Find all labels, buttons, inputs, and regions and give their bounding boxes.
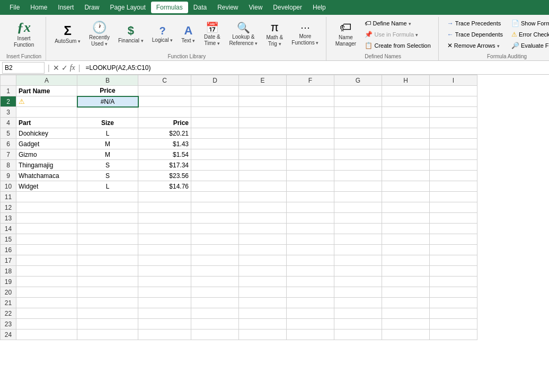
cell-C15[interactable] <box>138 234 191 245</box>
cell-E8[interactable] <box>239 160 287 171</box>
name-box[interactable] <box>2 62 45 74</box>
cell-C2[interactable] <box>138 96 191 107</box>
cell-A12[interactable] <box>16 202 77 213</box>
menu-item-draw[interactable]: Draw <box>79 2 104 13</box>
menu-item-page-layout[interactable]: Page Layout <box>104 2 150 13</box>
cell-C4[interactable]: Price <box>138 118 191 128</box>
cell-F16[interactable] <box>287 245 334 255</box>
cell-C13[interactable] <box>138 213 191 224</box>
cell-E5[interactable] <box>239 128 287 139</box>
cell-A18[interactable] <box>16 266 77 277</box>
cell-F10[interactable] <box>287 181 334 192</box>
cell-A3[interactable] <box>16 107 77 118</box>
cell-D4[interactable] <box>191 118 239 128</box>
cell-H5[interactable] <box>382 128 430 139</box>
cell-H8[interactable] <box>382 160 430 171</box>
cell-I3[interactable] <box>430 107 477 118</box>
cell-A16[interactable] <box>16 245 77 255</box>
cell-D2[interactable] <box>191 96 239 107</box>
cell-I20[interactable] <box>430 287 477 298</box>
cell-H4[interactable] <box>382 118 430 128</box>
trace-dependents-button[interactable]: ← Trace Dependents <box>444 29 506 40</box>
cell-G6[interactable] <box>334 139 382 149</box>
create-from-selection-button[interactable]: 📋 Create from Selection <box>361 40 433 51</box>
cell-C9[interactable]: $23.56 <box>138 171 191 181</box>
cell-D21[interactable] <box>191 298 239 308</box>
cell-B22[interactable] <box>77 308 138 319</box>
cell-F15[interactable] <box>287 234 334 245</box>
cell-I2[interactable] <box>430 96 477 107</box>
col-header-C[interactable]: C <box>138 75 191 86</box>
cell-D24[interactable] <box>191 329 239 340</box>
cell-C21[interactable] <box>138 298 191 308</box>
cell-A2[interactable]: ⚠ <box>16 96 77 107</box>
cell-D13[interactable] <box>191 213 239 224</box>
cell-C11[interactable] <box>138 192 191 202</box>
cell-G1[interactable] <box>334 86 382 96</box>
cell-G4[interactable] <box>334 118 382 128</box>
cell-D20[interactable] <box>191 287 239 298</box>
cell-A5[interactable]: Doohickey <box>16 128 77 139</box>
cell-D15[interactable] <box>191 234 239 245</box>
cell-E14[interactable] <box>239 224 287 234</box>
cell-C1[interactable] <box>138 86 191 96</box>
cell-H2[interactable] <box>382 96 430 107</box>
evaluate-formula-button[interactable]: 🔎 Evaluate Formula <box>508 40 549 51</box>
cell-D1[interactable] <box>191 86 239 96</box>
insert-function-button[interactable]: ƒx InsertFunction <box>11 18 37 51</box>
cell-E19[interactable] <box>239 277 287 287</box>
cell-F3[interactable] <box>287 107 334 118</box>
cell-H10[interactable] <box>382 181 430 192</box>
cell-G12[interactable] <box>334 202 382 213</box>
cell-A10[interactable]: Widget <box>16 181 77 192</box>
cell-D18[interactable] <box>191 266 239 277</box>
cell-G9[interactable] <box>334 171 382 181</box>
cell-C19[interactable] <box>138 277 191 287</box>
cell-B3[interactable] <box>77 107 138 118</box>
cell-E16[interactable] <box>239 245 287 255</box>
cell-D23[interactable] <box>191 319 239 329</box>
cell-F6[interactable] <box>287 139 334 149</box>
cell-I23[interactable] <box>430 319 477 329</box>
cancel-formula-icon[interactable]: ✕ <box>53 64 59 72</box>
cell-H13[interactable] <box>382 213 430 224</box>
cell-F22[interactable] <box>287 308 334 319</box>
cell-G10[interactable] <box>334 181 382 192</box>
cell-G16[interactable] <box>334 245 382 255</box>
cell-G3[interactable] <box>334 107 382 118</box>
menu-item-file[interactable]: File <box>4 2 25 13</box>
cell-I10[interactable] <box>430 181 477 192</box>
cell-A19[interactable] <box>16 277 77 287</box>
lookup-reference-button[interactable]: 🔍 Lookup &Reference ▾ <box>226 18 261 51</box>
cell-B7[interactable]: M <box>77 149 138 160</box>
cell-F11[interactable] <box>287 192 334 202</box>
cell-B18[interactable] <box>77 266 138 277</box>
cell-H12[interactable] <box>382 202 430 213</box>
cell-A4[interactable]: Part <box>16 118 77 128</box>
cell-D3[interactable] <box>191 107 239 118</box>
cell-D16[interactable] <box>191 245 239 255</box>
cell-I7[interactable] <box>430 149 477 160</box>
cell-F24[interactable] <box>287 329 334 340</box>
cell-G14[interactable] <box>334 224 382 234</box>
cell-F1[interactable] <box>287 86 334 96</box>
cell-D8[interactable] <box>191 160 239 171</box>
cell-E6[interactable] <box>239 139 287 149</box>
cell-I5[interactable] <box>430 128 477 139</box>
text-button[interactable]: A Text ▾ <box>178 18 198 51</box>
cell-B8[interactable]: S <box>77 160 138 171</box>
cell-H3[interactable] <box>382 107 430 118</box>
cell-B1[interactable]: Price <box>77 86 138 96</box>
cell-E10[interactable] <box>239 181 287 192</box>
cell-B14[interactable] <box>77 224 138 234</box>
menu-item-help[interactable]: Help <box>307 2 331 13</box>
cell-C6[interactable]: $1.43 <box>138 139 191 149</box>
cell-A13[interactable] <box>16 213 77 224</box>
remove-arrows-button[interactable]: ✕ Remove Arrows ▾ <box>444 40 506 51</box>
cell-B10[interactable]: L <box>77 181 138 192</box>
cell-H23[interactable] <box>382 319 430 329</box>
more-functions-button[interactable]: ⋯ MoreFunctions ▾ <box>288 18 322 51</box>
cell-I19[interactable] <box>430 277 477 287</box>
cell-I13[interactable] <box>430 213 477 224</box>
col-header-H[interactable]: H <box>382 75 430 86</box>
